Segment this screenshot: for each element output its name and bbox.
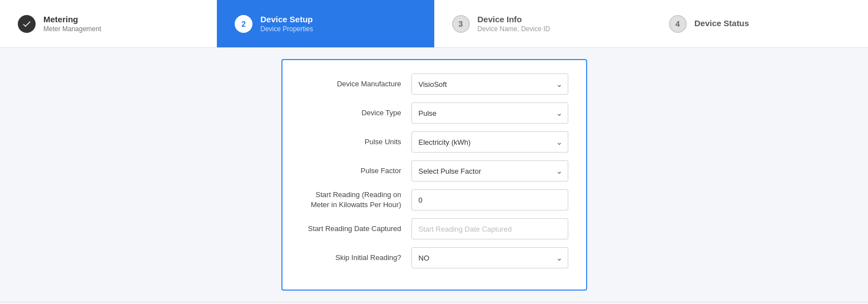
control-skip-initial-reading: NO YES ⌄ <box>411 247 568 268</box>
main-content: Device Manufacture VisioSoft ⌄ Device Ty… <box>0 48 868 302</box>
pulse-factor-select[interactable]: Select Pulse Factor <box>411 160 568 182</box>
step-device-setup-title: Device Setup <box>260 14 313 24</box>
step-metering-subtitle: Meter Management <box>43 25 101 33</box>
label-device-type: Device Type <box>300 108 411 118</box>
step-device-info-subtitle: Device Name, Device ID <box>478 25 550 33</box>
step-device-info-title: Device Info <box>478 14 550 24</box>
label-start-reading: Start Reading (Reading on Meter in Kilow… <box>300 190 411 210</box>
select-wrapper-skip: NO YES ⌄ <box>411 247 568 268</box>
select-wrapper-pulse-units: Electricity (kWh) ⌄ <box>411 131 568 153</box>
label-skip-initial-reading: Skip Initial Reading? <box>300 253 411 263</box>
field-device-manufacture: Device Manufacture VisioSoft ⌄ <box>300 73 568 95</box>
step-metering[interactable]: Metering Meter Management <box>0 0 217 47</box>
start-reading-date-input[interactable] <box>411 218 568 239</box>
step-device-status-title: Device Status <box>695 18 749 28</box>
step-metering-title: Metering <box>43 14 101 24</box>
stepper: Metering Meter Management 2 Device Setup… <box>0 0 868 48</box>
label-pulse-factor: Pulse Factor <box>300 166 411 176</box>
device-type-select[interactable]: Pulse <box>411 102 568 124</box>
label-device-manufacture: Device Manufacture <box>300 79 411 89</box>
control-start-reading-date <box>411 218 568 239</box>
step-device-setup[interactable]: 2 Device Setup Device Properties <box>217 0 434 47</box>
step-device-info-text: Device Info Device Name, Device ID <box>478 14 550 33</box>
control-device-type: Pulse ⌄ <box>411 102 568 124</box>
label-pulse-units: Pulse Units <box>300 137 411 147</box>
field-start-reading: Start Reading (Reading on Meter in Kilow… <box>300 189 568 210</box>
step-device-setup-subtitle: Device Properties <box>260 25 313 33</box>
step-4-number: 4 <box>669 15 687 33</box>
step-1-number <box>18 15 36 33</box>
control-start-reading <box>411 189 568 210</box>
step-3-number: 3 <box>452 15 470 33</box>
control-pulse-units: Electricity (kWh) ⌄ <box>411 131 568 153</box>
step-2-number: 2 <box>235 15 252 33</box>
label-start-reading-date: Start Reading Date Captured <box>300 224 411 234</box>
select-wrapper-manufacture: VisioSoft ⌄ <box>411 73 568 95</box>
control-pulse-factor: Select Pulse Factor ⌄ <box>411 160 568 182</box>
device-manufacture-select[interactable]: VisioSoft <box>411 73 568 95</box>
footer: BACK NEXT <box>0 302 868 304</box>
field-start-reading-date: Start Reading Date Captured <box>300 218 568 239</box>
form-card: Device Manufacture VisioSoft ⌄ Device Ty… <box>281 59 587 291</box>
skip-initial-reading-select[interactable]: NO YES <box>411 247 568 268</box>
control-device-manufacture: VisioSoft ⌄ <box>411 73 568 95</box>
step-device-setup-text: Device Setup Device Properties <box>260 14 313 33</box>
field-skip-initial-reading: Skip Initial Reading? NO YES ⌄ <box>300 247 568 268</box>
field-device-type: Device Type Pulse ⌄ <box>300 102 568 124</box>
step-device-status[interactable]: 4 Device Status <box>651 0 868 47</box>
step-device-info[interactable]: 3 Device Info Device Name, Device ID <box>434 0 651 47</box>
field-pulse-units: Pulse Units Electricity (kWh) ⌄ <box>300 131 568 153</box>
select-wrapper-type: Pulse ⌄ <box>411 102 568 124</box>
field-pulse-factor: Pulse Factor Select Pulse Factor ⌄ <box>300 160 568 182</box>
start-reading-input[interactable] <box>411 189 568 210</box>
select-wrapper-pulse-factor: Select Pulse Factor ⌄ <box>411 160 568 182</box>
pulse-units-select[interactable]: Electricity (kWh) <box>411 131 568 153</box>
step-metering-text: Metering Meter Management <box>43 14 101 33</box>
step-device-status-text: Device Status <box>695 18 749 29</box>
